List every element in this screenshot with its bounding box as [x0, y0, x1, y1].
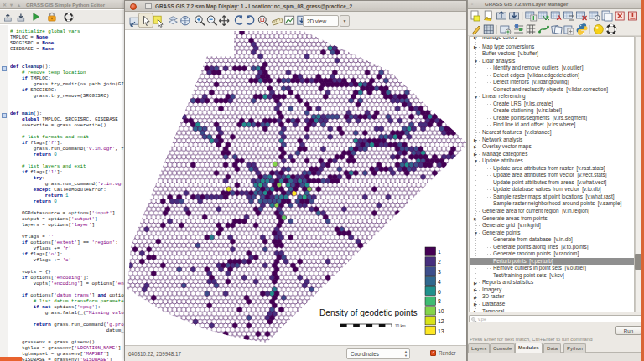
svg-text:1: 1 — [438, 249, 441, 255]
svg-text:Density of geodetic points: Density of geodetic points — [319, 308, 418, 317]
svg-text:10: 10 — [438, 308, 444, 314]
svg-text:12: 12 — [438, 318, 444, 324]
svg-text:8: 8 — [438, 298, 441, 304]
svg-text:2: 2 — [438, 259, 441, 265]
svg-text:4: 4 — [438, 279, 441, 285]
svg-text:13: 13 — [438, 328, 444, 334]
svg-text:10 km: 10 km — [395, 324, 406, 328]
svg-text:3: 3 — [438, 269, 441, 275]
svg-text:6: 6 — [438, 289, 441, 295]
